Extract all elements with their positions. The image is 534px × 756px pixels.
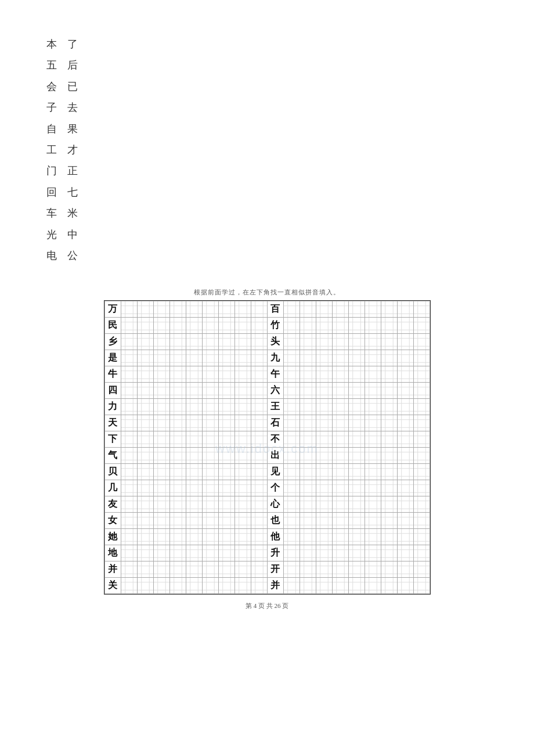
empty-grid-cell [365,448,381,464]
empty-grid-cell [365,561,381,578]
empty-grid-cell [332,318,348,334]
char-item: 电 [46,246,58,265]
empty-grid-cell [169,480,186,496]
empty-grid-cell [234,480,251,496]
char-item: 已 [67,77,79,96]
grid-instruction: 根据前面学过，在左下角找一直相似拼音填入。 [194,288,340,297]
right-char-cell: 出 [267,448,283,464]
char-item: 回 [46,183,58,201]
empty-grid-cell [283,366,300,383]
empty-grid-cell [381,561,397,578]
empty-grid-cell [234,464,251,480]
empty-grid-cell [153,480,169,496]
empty-grid-cell [137,399,153,415]
empty-grid-cell [283,318,300,334]
char-row: 回七 [46,183,488,201]
empty-grid-cell [300,448,316,464]
empty-grid-cell [202,415,218,431]
right-char-cell: 开 [267,561,283,578]
empty-grid-cell [169,578,186,594]
grid-table-wrapper: 万百民竹乡头是九牛午四六力王天石下不气出贝见几个友心女也她他地升并开关并 [104,300,431,595]
table-row: 四六 [104,383,430,399]
empty-grid-cell [251,545,267,561]
char-item: 五 [46,56,58,74]
empty-grid-cell [251,334,267,350]
empty-grid-cell [300,561,316,578]
table-row: 她他 [104,529,430,545]
left-char-cell: 民 [104,318,121,334]
empty-grid-cell [121,301,137,318]
empty-grid-cell [316,561,332,578]
empty-grid-cell [169,431,186,448]
empty-grid-cell [316,399,332,415]
empty-grid-cell [381,383,397,399]
empty-grid-cell [316,318,332,334]
char-item: 才 [67,141,79,159]
empty-grid-cell [202,496,218,513]
char-item: 公 [67,246,79,265]
empty-grid-cell [413,399,430,415]
empty-grid-cell [186,578,202,594]
empty-grid-cell [186,366,202,383]
left-char-cell: 贝 [104,464,121,480]
empty-grid-cell [251,513,267,529]
page-container: 本了五后会已子去自果工才门正回七车米光中电公 根据前面学过，在左下角找一直相似拼… [0,0,534,756]
empty-grid-cell [300,496,316,513]
empty-grid-cell [202,448,218,464]
empty-grid-cell [300,464,316,480]
empty-grid-cell [316,431,332,448]
left-char-cell: 地 [104,545,121,561]
table-row: 关并 [104,578,430,594]
right-char-cell: 并 [267,578,283,594]
char-row: 自果 [46,120,488,138]
empty-grid-cell [283,464,300,480]
empty-grid-cell [283,301,300,318]
empty-grid-cell [153,334,169,350]
right-char-cell: 九 [267,350,283,366]
empty-grid-cell [186,301,202,318]
empty-grid-cell [202,513,218,529]
table-row: 地升 [104,545,430,561]
empty-grid-cell [234,366,251,383]
empty-grid-cell [283,383,300,399]
left-char-cell: 乡 [104,334,121,350]
empty-grid-cell [234,383,251,399]
empty-grid-cell [365,301,381,318]
empty-grid-cell [300,480,316,496]
empty-grid-cell [234,431,251,448]
empty-grid-cell [316,334,332,350]
empty-grid-cell [381,366,397,383]
empty-grid-cell [397,399,413,415]
char-item: 本 [46,35,58,53]
table-row: 几个 [104,480,430,496]
empty-grid-cell [153,529,169,545]
empty-grid-cell [153,399,169,415]
empty-grid-cell [332,366,348,383]
left-char-cell: 她 [104,529,121,545]
empty-grid-cell [397,301,413,318]
empty-grid-cell [397,415,413,431]
empty-grid-cell [381,464,397,480]
empty-grid-cell [300,318,316,334]
empty-grid-cell [348,561,365,578]
empty-grid-cell [137,431,153,448]
empty-grid-cell [397,464,413,480]
left-char-cell: 牛 [104,366,121,383]
empty-grid-cell [413,496,430,513]
empty-grid-cell [332,578,348,594]
empty-grid-cell [348,480,365,496]
empty-grid-cell [218,545,234,561]
empty-grid-cell [316,448,332,464]
empty-grid-cell [121,431,137,448]
empty-grid-cell [153,350,169,366]
empty-grid-cell [169,301,186,318]
empty-grid-cell [300,415,316,431]
grid-section: 根据前面学过，在左下角找一直相似拼音填入。 www.idocx.com 万百民竹… [46,288,488,610]
empty-grid-cell [332,399,348,415]
empty-grid-cell [251,415,267,431]
page-number: 第 4 页 共 26 页 [246,602,288,610]
char-item: 七 [67,183,79,201]
empty-grid-cell [381,399,397,415]
empty-grid-cell [300,513,316,529]
left-char-cell: 并 [104,561,121,578]
